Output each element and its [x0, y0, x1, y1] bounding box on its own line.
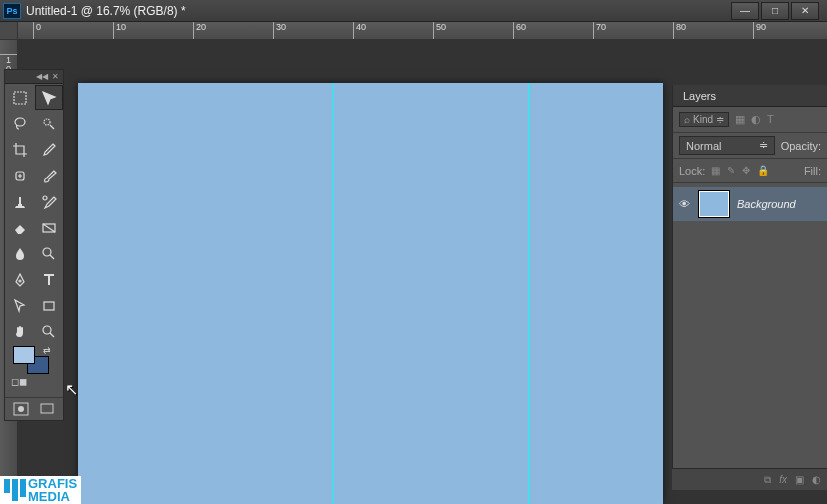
layers-panel: Layers ⌕Kind≑ ▦ ◐ T Normal≑ Opacity: Loc… [672, 85, 827, 468]
marquee-tool[interactable] [6, 85, 34, 110]
blend-row: Normal≑ Opacity: [673, 133, 827, 159]
layer-name[interactable]: Background [737, 198, 796, 210]
filter-adjust-icon[interactable]: ◐ [751, 113, 761, 126]
canvas[interactable] [78, 83, 663, 504]
svg-point-2 [44, 119, 50, 125]
quick-select-tool[interactable] [35, 111, 63, 136]
blend-mode-select[interactable]: Normal≑ [679, 136, 775, 155]
screenmode-icon[interactable] [39, 402, 55, 416]
layers-footer: ⧉ fx ▣ ◐ [672, 468, 827, 490]
blur-tool[interactable] [6, 241, 34, 266]
layer-thumbnail[interactable] [699, 191, 729, 217]
watermark: GRAFISMEDIA [0, 476, 81, 504]
filter-type-icon[interactable]: T [767, 113, 774, 126]
svg-point-7 [19, 280, 21, 282]
layer-mask-icon[interactable]: ▣ [795, 474, 804, 485]
lock-position-icon[interactable]: ✥ [742, 165, 750, 176]
svg-point-11 [18, 406, 24, 412]
history-brush-tool[interactable] [35, 189, 63, 214]
maximize-button[interactable]: □ [761, 2, 789, 20]
rectangle-tool[interactable] [35, 293, 63, 318]
layer-item[interactable]: 👁 Background [673, 187, 827, 221]
svg-point-6 [43, 248, 51, 256]
lock-label: Lock: [679, 165, 705, 177]
horizontal-ruler[interactable]: 0 10 20 30 40 50 60 70 80 90 100 [18, 22, 827, 40]
layer-fx-icon[interactable]: fx [779, 474, 787, 485]
lock-all-icon[interactable]: 🔒 [757, 165, 769, 176]
default-colors-icon[interactable]: ◻◼ [11, 376, 27, 387]
lock-image-icon[interactable]: ✎ [727, 165, 735, 176]
lock-row: Lock: ▦ ✎ ✥ 🔒 Fill: [673, 159, 827, 183]
dodge-tool[interactable] [35, 241, 63, 266]
layers-tab[interactable]: Layers [673, 85, 827, 107]
swap-colors-icon[interactable]: ⇄ [43, 345, 51, 355]
filter-pixel-icon[interactable]: ▦ [735, 113, 745, 126]
foreground-color[interactable] [13, 346, 35, 364]
toolbox-tabs[interactable]: ◀◀✕ [5, 70, 63, 84]
lock-transparency-icon[interactable]: ▦ [711, 165, 720, 176]
minimize-button[interactable]: — [731, 2, 759, 20]
gradient-tool[interactable] [35, 215, 63, 240]
filter-kind-select[interactable]: ⌕Kind≑ [679, 112, 729, 127]
guide-vertical[interactable] [528, 83, 529, 504]
guide-vertical[interactable] [333, 83, 334, 504]
lasso-tool[interactable] [6, 111, 34, 136]
opacity-label: Opacity: [781, 140, 821, 152]
close-button[interactable]: ✕ [791, 2, 819, 20]
color-swatches: ⇄ ◻◼ [5, 345, 63, 397]
visibility-icon[interactable]: 👁 [677, 198, 691, 210]
toolbox-footer [5, 397, 63, 420]
type-tool[interactable] [35, 267, 63, 292]
svg-point-4 [43, 196, 47, 200]
pen-tool[interactable] [6, 267, 34, 292]
ruler-origin[interactable] [0, 22, 18, 40]
svg-point-9 [43, 326, 51, 334]
clone-stamp-tool[interactable] [6, 189, 34, 214]
toolbox: ◀◀✕ ⇄ ◻◼ [4, 69, 64, 421]
layer-list: 👁 Background [673, 183, 827, 221]
hand-tool[interactable] [6, 319, 34, 344]
healing-brush-tool[interactable] [6, 163, 34, 188]
layer-filter-row: ⌕Kind≑ ▦ ◐ T [673, 107, 827, 133]
eyedropper-tool[interactable] [35, 137, 63, 162]
crop-tool[interactable] [6, 137, 34, 162]
brush-tool[interactable] [35, 163, 63, 188]
fill-label: Fill: [804, 165, 821, 177]
quickmask-icon[interactable] [13, 402, 29, 416]
ps-icon: Ps [3, 3, 21, 19]
zoom-tool[interactable] [35, 319, 63, 344]
title-bar: Ps Untitled-1 @ 16.7% (RGB/8) * — □ ✕ [0, 0, 827, 22]
eraser-tool[interactable] [6, 215, 34, 240]
svg-rect-8 [44, 302, 54, 310]
link-layers-icon[interactable]: ⧉ [764, 474, 771, 486]
move-tool[interactable] [35, 85, 63, 110]
adjustment-layer-icon[interactable]: ◐ [812, 474, 821, 485]
svg-rect-12 [41, 404, 53, 413]
path-select-tool[interactable] [6, 293, 34, 318]
window-controls: — □ ✕ [729, 2, 819, 20]
document-title: Untitled-1 @ 16.7% (RGB/8) * [26, 4, 729, 18]
svg-rect-0 [14, 92, 26, 104]
